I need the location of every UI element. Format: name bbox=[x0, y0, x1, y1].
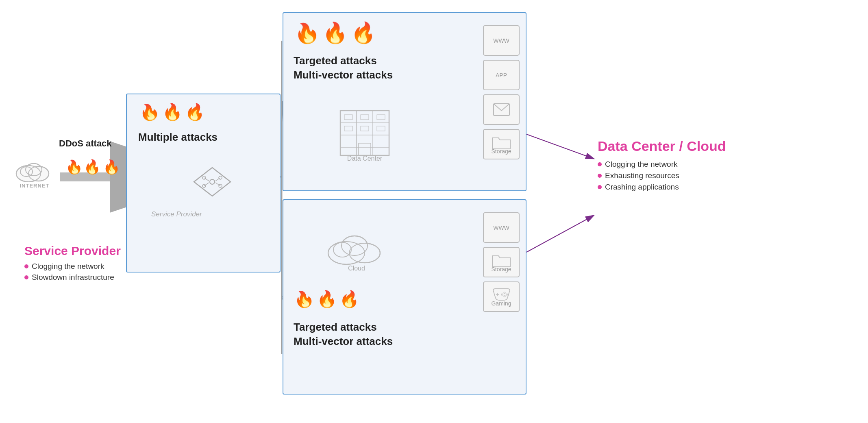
storage-icon-bottom: Storage bbox=[483, 247, 520, 277]
svg-rect-46 bbox=[344, 126, 352, 131]
svg-marker-27 bbox=[194, 168, 231, 196]
sp-pink-section: Service Provider Clogging the network Sl… bbox=[24, 244, 121, 284]
sp-bombs: 🔥 🔥 🔥 bbox=[139, 102, 206, 122]
sp-box-annotation: Service Provider bbox=[151, 210, 202, 218]
cloud-icon-bottom: Cloud bbox=[324, 225, 389, 272]
dc-top-box: 🔥 🔥 🔥 Targeted attacks Multi-vector atta… bbox=[283, 12, 526, 191]
dc-cloud-pink-title: Data Center / Cloud bbox=[598, 138, 726, 154]
cloud-label: Cloud bbox=[324, 265, 389, 272]
sp-bullet-1: Clogging the network bbox=[24, 262, 121, 271]
svg-point-66 bbox=[506, 294, 508, 295]
service-provider-box: 🔥 🔥 🔥 Multiple attacks bbox=[126, 94, 281, 273]
ddos-bombs: 🔥 🔥 🔥 bbox=[65, 159, 120, 175]
cloud-bottom-title: Targeted attacks Multi-vector attacks bbox=[294, 320, 393, 349]
www-icon-bottom: WWW bbox=[483, 212, 520, 243]
internet-cloud: INTERNET bbox=[12, 155, 57, 189]
svg-rect-43 bbox=[344, 115, 352, 120]
sp-pink-title: Service Provider bbox=[24, 244, 121, 258]
cloud-bottom-bombs: 🔥 🔥 🔥 bbox=[294, 290, 360, 309]
sp-box-title: Multiple attacks bbox=[138, 131, 218, 144]
mail-icon bbox=[483, 94, 520, 125]
dc-cloud-pink-section: Data Center / Cloud Clogging the network… bbox=[598, 138, 726, 194]
dc-bullet-dot-3 bbox=[598, 185, 602, 189]
bullet-dot-1 bbox=[24, 264, 28, 268]
internet-label: INTERNET bbox=[20, 183, 50, 189]
dc-bullet-dot-1 bbox=[598, 162, 602, 166]
svg-point-65 bbox=[504, 292, 505, 294]
svg-rect-48 bbox=[377, 126, 385, 131]
svg-rect-37 bbox=[340, 111, 389, 155]
svg-point-67 bbox=[504, 295, 505, 297]
router-icon bbox=[192, 166, 233, 200]
dc-building-top: Data Center bbox=[332, 94, 397, 162]
dc-bullet-2: Exhausting resources bbox=[598, 171, 726, 180]
svg-point-28 bbox=[210, 179, 215, 184]
ddos-label: DDoS attack bbox=[59, 138, 112, 149]
www-icon-top: WWW bbox=[483, 25, 520, 56]
dc-top-resources: WWW APP Storage bbox=[483, 25, 520, 164]
sp-bullet-2: Slowdown infrastructure bbox=[24, 273, 121, 282]
dc-top-bombs: 🔥 🔥 🔥 bbox=[294, 21, 376, 45]
diagram-container: INTERNET DDoS attack 🔥 🔥 🔥 🔥 🔥 🔥 Multipl… bbox=[0, 0, 868, 423]
app-icon: APP bbox=[483, 60, 520, 90]
dc-bullet-3: Crashing applications bbox=[598, 183, 726, 192]
svg-rect-45 bbox=[377, 115, 385, 120]
bullet-dot-2 bbox=[24, 275, 28, 279]
svg-point-68 bbox=[501, 294, 503, 295]
svg-rect-44 bbox=[361, 115, 369, 120]
dc-bullet-1: Clogging the network bbox=[598, 160, 726, 169]
cloud-bottom-resources: WWW Storage bbox=[483, 212, 520, 316]
dc-bullet-dot-2 bbox=[598, 174, 602, 178]
svg-rect-49 bbox=[359, 143, 371, 155]
dc-top-title: Targeted attacks Multi-vector attacks bbox=[294, 54, 393, 82]
svg-rect-47 bbox=[361, 126, 369, 131]
gaming-icon: Gaming bbox=[483, 281, 520, 312]
cloud-bottom-box: Cloud 🔥 🔥 🔥 Targeted attacks Multi-vecto… bbox=[283, 199, 526, 395]
storage-icon-top: Storage bbox=[483, 129, 520, 159]
internet-cloud-icon bbox=[14, 155, 55, 182]
